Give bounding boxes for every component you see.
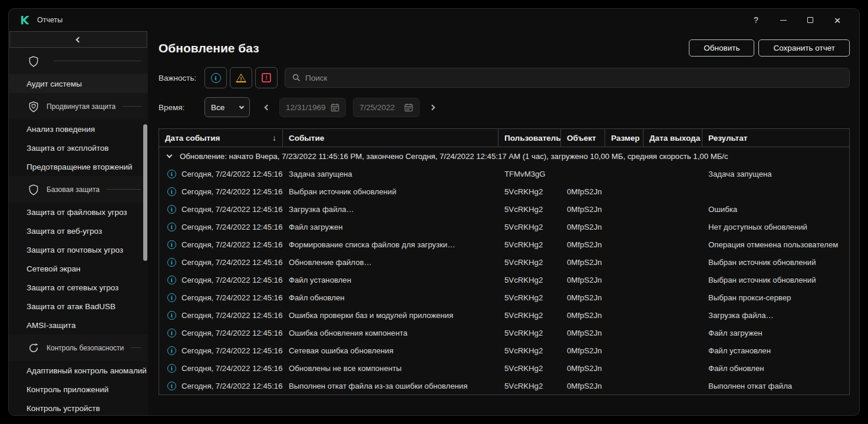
size-cell (605, 200, 643, 218)
object-cell: 0MfpS2Jn (561, 306, 605, 324)
column-header-size[interactable]: Размер (605, 129, 643, 147)
prev-period-button[interactable] (258, 105, 276, 110)
user-cell: 5VcRKHg2 (499, 306, 561, 324)
sidebar-item[interactable]: Защита от файловых угроз (9, 203, 148, 221)
date-from-field[interactable]: 12/31/1969 (279, 98, 346, 117)
table-row[interactable]: i Сегодня, 7/24/2022 12:45:16 AM Ошибка … (159, 306, 849, 324)
sort-descending-icon: ↓ (272, 133, 276, 143)
result-cell: Выбран прокси-сервер (702, 289, 849, 306)
refresh-report-button[interactable]: Обновить (689, 39, 754, 57)
release-date-cell (643, 236, 702, 253)
table-row[interactable]: i Сегодня, 7/24/2022 12:45:16 AM Формиро… (159, 236, 849, 253)
severity-info-button[interactable]: i (204, 67, 227, 88)
severity-warning-button[interactable]: ! (230, 67, 252, 88)
table-row[interactable]: i Сегодня, 7/24/2022 12:45:16 AM Файл за… (159, 218, 849, 236)
event-date-cell: Сегодня, 7/24/2022 12:45:16 AM (181, 346, 283, 355)
chevron-right-icon (429, 104, 435, 110)
sidebar-item[interactable]: Адаптивный контроль аномалий (9, 361, 148, 380)
close-button[interactable]: × (824, 11, 851, 29)
help-button[interactable]: ? (742, 11, 770, 29)
column-header-event-date[interactable]: Дата события ↓ (159, 129, 283, 147)
user-cell: 5VcRKHg2 (499, 183, 561, 200)
user-cell: 5VcRKHg2 (499, 324, 561, 342)
table-row[interactable]: i Сегодня, 7/24/2022 12:45:16 AM Выполне… (159, 377, 849, 395)
sidebar-scrollbar-thumb[interactable] (143, 124, 147, 261)
sidebar-item[interactable]: AMSI-защита (9, 316, 148, 334)
table-row[interactable]: i Сегодня, 7/24/2022 12:45:16 AM Загрузк… (159, 200, 849, 218)
event-date-cell: Сегодня, 7/24/2022 12:45:16 AM (181, 187, 283, 196)
result-cell: Выбран источник обновлений (702, 271, 849, 289)
time-range-value: Все (211, 103, 225, 112)
sidebar-item[interactable]: Контроль устройств (9, 399, 148, 416)
column-header-object[interactable]: Объект (561, 129, 605, 147)
page-title: Обновление баз (159, 41, 259, 55)
time-label: Время: (159, 103, 204, 112)
release-date-cell (643, 183, 702, 200)
release-date-cell (643, 377, 702, 395)
critical-icon: ! (262, 73, 271, 82)
refresh-icon (28, 342, 39, 354)
column-header-result[interactable]: Результат (702, 129, 849, 147)
size-cell (605, 236, 643, 253)
severity-critical-button[interactable]: ! (255, 67, 278, 88)
user-cell: 5VcRKHg2 (499, 342, 561, 359)
column-header-event[interactable]: Событие (283, 129, 499, 147)
section-divider (54, 61, 141, 61)
sidebar-item[interactable]: Защита от веб-угроз (9, 221, 148, 240)
table-row[interactable]: i Сегодня, 7/24/2022 12:45:16 AM Обновле… (159, 253, 849, 271)
next-period-button[interactable] (423, 105, 441, 110)
object-cell: 0MfpS2Jn (561, 218, 605, 236)
table-row[interactable]: i Сегодня, 7/24/2022 12:45:16 AM Сетевая… (159, 342, 849, 359)
sidebar-item[interactable]: Защита от атак BadUSB (9, 297, 148, 316)
table-row[interactable]: i Сегодня, 7/24/2022 12:45:16 AM Выбран … (159, 183, 849, 200)
events-rows: i Сегодня, 7/24/2022 12:45:16 AM Задача … (159, 165, 849, 395)
time-range-select[interactable]: Все (204, 97, 250, 117)
events-table: Дата события ↓ Событие Пользователь Объе… (159, 128, 850, 395)
object-cell: 0MfpS2Jn (561, 271, 605, 289)
table-row[interactable]: i Сегодня, 7/24/2022 12:45:16 AM Ошибка … (159, 324, 849, 342)
table-row[interactable]: i Сегодня, 7/24/2022 12:45:16 AM Задача … (159, 165, 849, 183)
sidebar-section-header: Базовая защита (9, 176, 148, 203)
calendar-icon[interactable] (331, 103, 339, 112)
maximize-icon (807, 17, 813, 23)
result-cell: Файл установлен (702, 342, 849, 359)
sidebar-item[interactable]: Анализ поведения (9, 120, 148, 138)
info-icon: i (167, 276, 176, 284)
table-row[interactable]: i Сегодня, 7/24/2022 12:45:16 AM Файл ус… (159, 271, 849, 289)
maximize-button[interactable] (797, 11, 824, 29)
date-to-value: 7/25/2022 (359, 103, 395, 112)
event-date-cell: Сегодня, 7/24/2022 12:45:16 AM (181, 240, 283, 249)
sidebar-section-header (9, 48, 148, 74)
update-group-row[interactable]: Обновление: начато Вчера, 7/23/2022 11:4… (159, 147, 849, 165)
date-to-field[interactable]: 7/25/2022 (353, 98, 420, 117)
search-input[interactable] (305, 74, 842, 82)
events-table-header: Дата события ↓ Событие Пользователь Объе… (159, 129, 849, 147)
release-date-cell (643, 165, 702, 183)
column-header-user[interactable]: Пользователь (499, 129, 561, 147)
minimize-button[interactable] (770, 11, 797, 29)
sidebar-collapse-button[interactable] (9, 31, 147, 48)
event-date-cell: Сегодня, 7/24/2022 12:45:16 AM (181, 205, 283, 214)
table-row[interactable]: i Сегодня, 7/24/2022 12:45:16 AM Файл об… (159, 289, 849, 306)
sidebar-item[interactable]: Защита от эксплойтов (9, 138, 148, 157)
shield-advanced-icon (28, 101, 39, 112)
user-cell: TFMvM3gG (499, 165, 561, 183)
info-icon: i (167, 346, 176, 355)
sidebar-item[interactable]: Сетевой экран (9, 259, 148, 278)
sidebar-item[interactable]: Аудит системы (9, 74, 148, 93)
save-report-button[interactable]: Сохранить отчет (758, 39, 850, 57)
calendar-icon[interactable] (404, 103, 413, 112)
column-header-release-date[interactable]: Дата выхода (643, 129, 702, 147)
size-cell (605, 271, 643, 289)
sidebar-item[interactable]: Предотвращение вторжений (9, 157, 148, 176)
sidebar-item[interactable]: Контроль приложений (9, 380, 148, 399)
sidebar-item[interactable]: Защита от почтовых угроз (9, 240, 148, 259)
release-date-cell (643, 200, 702, 218)
event-cell: Выбран источник обновлений (283, 183, 499, 200)
sidebar-item[interactable]: Защита от сетевых угроз (9, 278, 148, 297)
search-box[interactable] (285, 68, 850, 88)
table-row[interactable]: i Сегодня, 7/24/2022 12:45:16 AM Обновле… (159, 359, 849, 377)
result-cell (702, 183, 849, 200)
user-cell: 5VcRKHg2 (499, 253, 561, 271)
release-date-cell (643, 218, 702, 236)
